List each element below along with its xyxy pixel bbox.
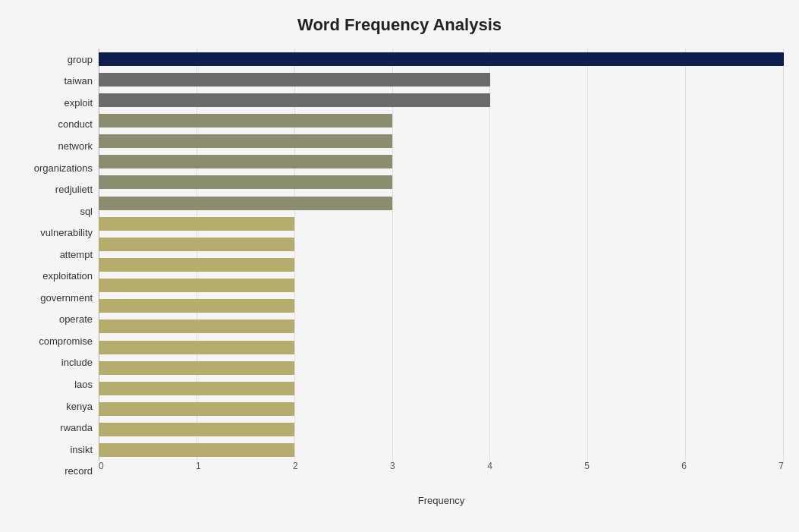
- x-tick: 0: [99, 461, 104, 471]
- y-label: organizations: [15, 163, 93, 173]
- bar: [99, 299, 294, 313]
- bar: [99, 155, 392, 168]
- bar-row: [99, 340, 784, 355]
- y-label: taiwan: [15, 76, 93, 86]
- y-label: redjuliett: [15, 184, 93, 194]
- bar: [99, 73, 490, 87]
- bar-row: [99, 175, 784, 190]
- bar-row: [99, 442, 784, 458]
- y-label: government: [15, 293, 93, 303]
- bar: [99, 114, 392, 127]
- bar-row: [99, 422, 784, 437]
- y-labels: grouptaiwanexploitconductnetworkorganiza…: [15, 49, 99, 482]
- bar-row: [99, 360, 784, 376]
- x-tick: 3: [390, 461, 395, 471]
- bar-row: [99, 298, 784, 313]
- x-tick: 7: [779, 461, 784, 471]
- bar: [99, 258, 294, 272]
- y-label: group: [15, 55, 93, 65]
- bar-row: [99, 257, 784, 272]
- bar: [99, 197, 392, 210]
- x-tick: 5: [584, 461, 590, 471]
- y-label: exploitation: [15, 271, 93, 281]
- bar-row: [99, 216, 784, 231]
- x-tick: 2: [293, 461, 298, 471]
- bar-row: [99, 72, 784, 87]
- bar-row: [99, 381, 784, 396]
- bar: [99, 134, 392, 148]
- bar: [99, 279, 294, 292]
- bar-row: [99, 113, 784, 128]
- bar: [99, 361, 294, 375]
- x-axis: 01234567: [99, 461, 784, 482]
- bar: [99, 402, 294, 416]
- bar-row: [99, 93, 784, 108]
- y-label: exploit: [15, 98, 93, 108]
- bar-row: [99, 134, 784, 149]
- plot-area: 01234567 Frequency: [99, 49, 784, 482]
- y-label: compromise: [15, 336, 93, 346]
- chart-container: Word Frequency Analysis grouptaiwanexplo…: [0, 0, 799, 532]
- y-label: rwanda: [15, 423, 93, 433]
- y-label: include: [15, 357, 93, 367]
- chart-title: Word Frequency Analysis: [15, 15, 784, 35]
- x-axis-label: Frequency: [418, 495, 464, 506]
- bar: [99, 217, 294, 231]
- y-label: vulnerability: [15, 228, 93, 238]
- bar-row: [99, 154, 784, 169]
- y-label: sql: [15, 206, 93, 216]
- bar-row: [99, 196, 784, 211]
- bar-row: [99, 319, 784, 334]
- bar-row: [99, 52, 784, 67]
- x-tick: 6: [681, 461, 687, 471]
- x-tick: 4: [487, 461, 492, 471]
- bar: [99, 382, 294, 395]
- bar: [99, 443, 294, 457]
- chart-area: grouptaiwanexploitconductnetworkorganiza…: [15, 49, 784, 482]
- y-label: insikt: [15, 445, 93, 455]
- bar: [99, 238, 294, 251]
- bar: [99, 423, 294, 436]
- bar: [99, 320, 294, 333]
- bar: [99, 52, 784, 66]
- y-label: operate: [15, 314, 93, 324]
- y-label: record: [15, 466, 93, 476]
- x-tick: 1: [196, 461, 201, 471]
- y-label: laos: [15, 379, 93, 389]
- bar: [99, 93, 490, 107]
- y-label: network: [15, 141, 93, 151]
- y-label: conduct: [15, 119, 93, 129]
- y-label: attempt: [15, 250, 93, 260]
- y-label: kenya: [15, 401, 93, 411]
- bars-wrapper: [99, 49, 784, 461]
- bar-row: [99, 401, 784, 417]
- bar-row: [99, 278, 784, 293]
- bar: [99, 341, 294, 354]
- bar-row: [99, 237, 784, 252]
- bar: [99, 175, 392, 189]
